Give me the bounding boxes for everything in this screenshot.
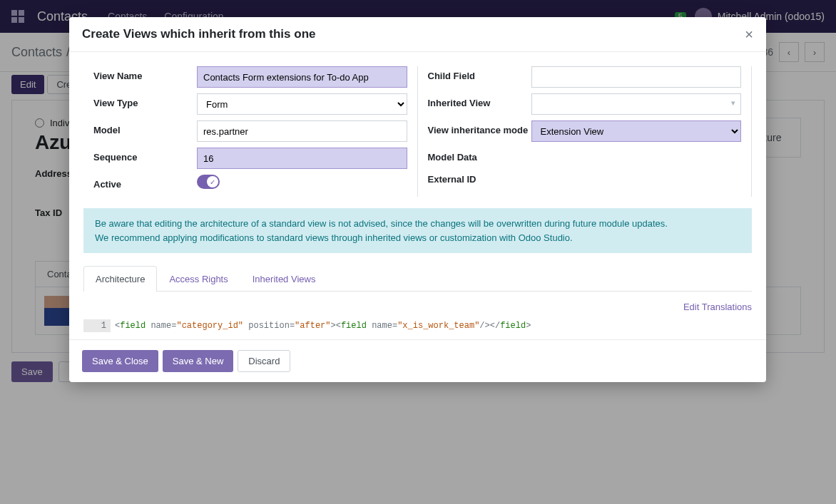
label-model-data: Model Data: [428, 148, 531, 164]
label-active: Active: [93, 175, 197, 191]
save-close-button[interactable]: Save & Close: [82, 350, 158, 372]
tabs: Architecture Access Rights Inherited Vie…: [83, 266, 752, 292]
inherited-view-input[interactable]: [531, 93, 742, 115]
discard-button[interactable]: Discard: [238, 350, 290, 372]
child-field-input[interactable]: [531, 66, 742, 88]
label-view-name: View Name: [93, 66, 197, 83]
save-new-button[interactable]: Save & New: [163, 350, 234, 372]
modal-dialog: Create Views which inherit from this one…: [69, 17, 766, 382]
label-inherited-view: Inherited View: [428, 93, 531, 110]
label-view-type: View Type: [93, 93, 197, 110]
label-child-field: Child Field: [428, 66, 531, 83]
close-icon[interactable]: ×: [745, 27, 753, 41]
label-model: Model: [93, 120, 197, 137]
tab-architecture[interactable]: Architecture: [83, 266, 157, 292]
sequence-input[interactable]: [197, 148, 407, 169]
label-sequence: Sequence: [93, 148, 197, 164]
alert-line-2: We recommend applying modifications to s…: [95, 231, 740, 245]
label-inheritance-mode: View inheritance mode: [428, 120, 531, 137]
edit-translations-link[interactable]: Edit Translations: [683, 302, 752, 312]
tab-inherited-views[interactable]: Inherited Views: [240, 266, 328, 292]
code-editor[interactable]: 1 <field name="category_id" position="af…: [83, 319, 752, 332]
active-toggle[interactable]: [197, 175, 220, 189]
tab-access-rights[interactable]: Access Rights: [157, 266, 240, 292]
code-content[interactable]: <field name="category_id" position="afte…: [111, 319, 535, 332]
view-type-select[interactable]: Form: [197, 93, 407, 115]
info-alert: Be aware that editing the architecture o…: [83, 208, 752, 253]
modal-title: Create Views which inherit from this one: [82, 27, 315, 41]
view-name-input[interactable]: [197, 66, 407, 88]
inheritance-mode-select[interactable]: Extension View: [531, 120, 742, 142]
alert-line-1: Be aware that editing the architecture o…: [95, 217, 740, 231]
line-number: 1: [83, 319, 111, 332]
label-external-id: External ID: [428, 170, 531, 186]
model-input[interactable]: [197, 120, 407, 142]
